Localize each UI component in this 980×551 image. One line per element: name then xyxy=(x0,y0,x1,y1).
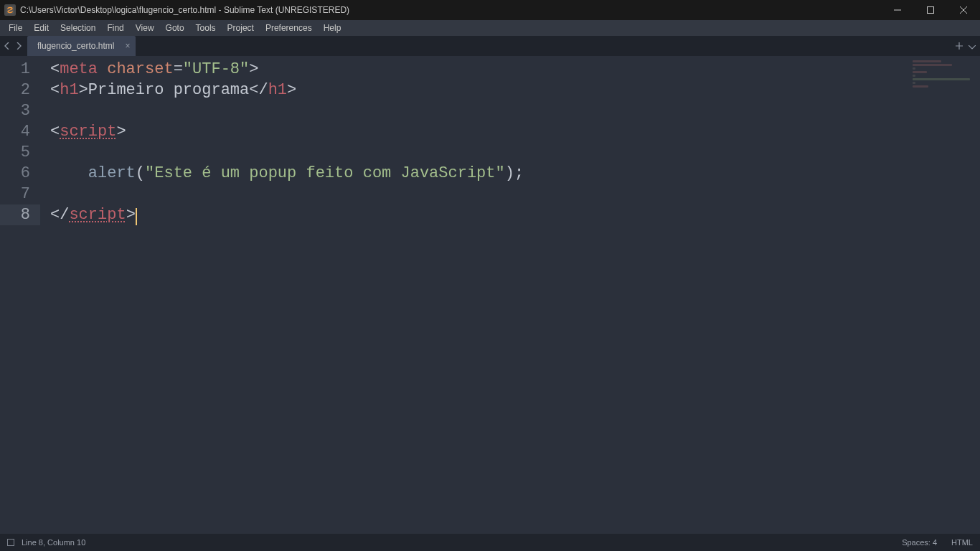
code-line[interactable]: <script> xyxy=(50,121,908,142)
new-tab-icon[interactable] xyxy=(956,39,963,52)
nav-forward-icon[interactable] xyxy=(13,38,24,54)
menu-help[interactable]: Help xyxy=(318,20,347,36)
tab-label: flugencio_certo.html xyxy=(37,41,114,51)
editor-area[interactable]: 12345678 <meta charset="UTF-8"><h1>Prime… xyxy=(0,56,980,534)
line-number: 5 xyxy=(0,142,40,163)
status-indent[interactable]: Spaces: 4 xyxy=(902,538,937,547)
line-number-gutter: 12345678 xyxy=(0,59,40,225)
svg-rect-1 xyxy=(928,7,934,14)
window-title: C:\Users\Victor\Desktop\logica\flugencio… xyxy=(20,5,349,15)
minimap[interactable] xyxy=(913,60,977,103)
code-line[interactable]: alert("Este é um popup feito com JavaScr… xyxy=(50,163,908,184)
line-number: 7 xyxy=(0,184,40,204)
line-number: 1 xyxy=(0,59,40,80)
app-window: C:\Users\Victor\Desktop\logica\flugencio… xyxy=(0,0,980,551)
menu-goto[interactable]: Goto xyxy=(160,20,190,36)
line-number: 2 xyxy=(0,80,40,100)
code-line[interactable]: <h1>Primeiro programa</h1> xyxy=(50,80,908,100)
maximize-button[interactable] xyxy=(914,0,947,20)
menu-preferences[interactable]: Preferences xyxy=(260,20,318,36)
line-number: 8 xyxy=(0,204,40,225)
minimize-button[interactable] xyxy=(881,0,914,20)
menu-edit[interactable]: Edit xyxy=(28,20,55,36)
text-cursor xyxy=(136,208,137,225)
tab-active[interactable]: flugencio_certo.html × xyxy=(27,36,136,56)
status-syntax[interactable]: HTML xyxy=(951,538,973,547)
status-cursor-position[interactable]: Line 8, Column 10 xyxy=(22,538,85,547)
status-panel-toggle-icon[interactable] xyxy=(7,539,14,546)
tab-close-icon[interactable]: × xyxy=(125,42,130,50)
line-number: 3 xyxy=(0,100,40,121)
menu-find[interactable]: Find xyxy=(101,20,129,36)
code-content[interactable]: <meta charset="UTF-8"><h1>Primeiro progr… xyxy=(50,59,908,225)
menu-bar: File Edit Selection Find View Goto Tools… xyxy=(0,20,980,36)
window-controls xyxy=(881,0,980,20)
close-button[interactable] xyxy=(947,0,980,20)
code-line[interactable]: <meta charset="UTF-8"> xyxy=(50,59,908,80)
menu-selection[interactable]: Selection xyxy=(55,20,101,36)
code-line[interactable] xyxy=(50,142,908,163)
line-number: 6 xyxy=(0,163,40,184)
title-bar[interactable]: C:\Users\Victor\Desktop\logica\flugencio… xyxy=(0,0,980,20)
menu-view[interactable]: View xyxy=(130,20,160,36)
tab-history-nav xyxy=(0,36,26,56)
code-line[interactable]: </script> xyxy=(50,204,908,225)
menu-file[interactable]: File xyxy=(3,20,28,36)
tab-dropdown-icon[interactable] xyxy=(969,39,976,52)
app-icon xyxy=(4,4,16,16)
code-line[interactable] xyxy=(50,100,908,121)
status-bar: Line 8, Column 10 Spaces: 4 HTML xyxy=(0,534,980,551)
menu-tools[interactable]: Tools xyxy=(190,20,222,36)
tab-bar: flugencio_certo.html × xyxy=(0,36,980,56)
nav-back-icon[interactable] xyxy=(1,38,13,54)
code-line[interactable] xyxy=(50,184,908,204)
menu-project[interactable]: Project xyxy=(222,20,260,36)
line-number: 4 xyxy=(0,121,40,142)
